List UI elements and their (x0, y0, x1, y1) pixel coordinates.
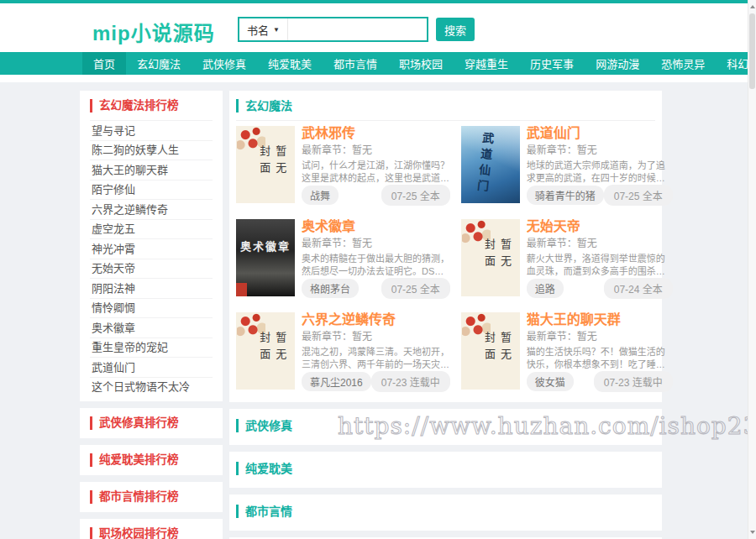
book-card[interactable]: 暂无封面 六界之逆鳞传奇 最新章节：暂无 混沌之初，鸿蒙降三清。天地初开，三清创… (236, 312, 450, 392)
book-footer: 慕凡尘2016 07-23 连载中 (302, 371, 450, 392)
search-box: 书名 ▼ (238, 17, 428, 42)
book-cover[interactable]: 暂无封面 (461, 219, 520, 296)
book-date-badge: 07-25 全本 (381, 185, 450, 206)
rank-panel: 都市言情排行榜 (80, 482, 223, 512)
rank-panel-title: 都市言情排行榜 (90, 490, 213, 504)
scrollbar-thumb[interactable] (749, 13, 755, 89)
book-date-badge: 07-23 连载中 (371, 371, 450, 392)
site-header: mip小说源码 书名 ▼ 搜索 (0, 3, 748, 52)
book-info: 武道仙门 最新章节：暂无 地球的武道大宗师成道南，为了追求更高的武道，在四十岁的… (527, 126, 673, 206)
book-title[interactable]: 武林邪传 (302, 126, 450, 141)
scrollbar[interactable] (748, 0, 756, 539)
rank-list-item[interactable]: 神光冲霄 (90, 238, 213, 259)
page-body: 玄幻魔法排行榜 望与寻记陈二狗的妖孽人生猫大王的聊天群陌宁修仙六界之逆鳞传奇虚空… (0, 82, 748, 539)
nav-item[interactable]: 网游动漫 (585, 52, 650, 75)
caret-down-icon: ▼ (273, 26, 280, 34)
book-date-badge: 07-25 全本 (604, 185, 673, 206)
book-info: 无始天帝 最新章节：暂无 薪火大世界，洛道得到举世震惊的血灵珠，而遭到众多高手的… (527, 219, 673, 299)
rank-list: 望与寻记陈二狗的妖孽人生猫大王的聊天群陌宁修仙六界之逆鳞传奇虚空龙五神光冲霄无始… (90, 120, 213, 396)
book-info: 武林邪传 最新章节：暂无 试问，什么才是江湖，江湖你懂吗？这里是武林的起点，这里… (302, 126, 450, 206)
book-card[interactable]: 暂无封面 武林邪传 最新章节：暂无 试问，什么才是江湖，江湖你懂吗？这里是武林的… (236, 126, 450, 206)
rank-panel-title: 玄幻魔法排行榜 (90, 99, 213, 113)
nav-item[interactable]: 玄幻魔法 (126, 52, 192, 75)
book-card[interactable]: 暂无封面 猫大王的聊天群 最新章节：暂无 猫的生活快乐吗？不！做猫生活的快乐，你… (461, 312, 673, 392)
rank-list-item[interactable]: 六界之逆鳞传奇 (90, 199, 213, 219)
book-card[interactable]: 奥术徽章 奥术徽章 最新章节：暂无 奥术的精髓在于做出最大胆的猜测，然后想尽一切… (236, 219, 450, 299)
book-info: 奥术徽章 最新章节：暂无 奥术的精髓在于做出最大胆的猜测，然后想尽一切办法去证明… (302, 219, 450, 299)
rank-list-item[interactable]: 无始天帝 (90, 259, 213, 279)
book-title[interactable]: 无始天帝 (527, 219, 673, 234)
nav-item[interactable]: 穿越重生 (454, 52, 519, 75)
cover-text: 奥术徽章 (240, 238, 291, 254)
book-description: 试问，什么才是江湖，江湖你懂吗？这里是武林的起点，这里也是武道的终点这里是 (302, 160, 450, 185)
nav-item[interactable]: 都市言情 (323, 52, 388, 75)
book-info: 六界之逆鳞传奇 最新章节：暂无 混沌之初，鸿蒙降三清。天地初开，三清创六界、两千… (302, 312, 450, 392)
section-title: 纯爱耽美 (236, 462, 655, 475)
nav-item[interactable]: 恐怖灵异 (650, 52, 716, 75)
nav-item[interactable]: 武侠修真 (192, 52, 257, 75)
book-author-badge[interactable]: 骑着青牛的猪 (527, 186, 604, 205)
rank-list-item[interactable]: 这个日式物语不太冷 (90, 377, 213, 397)
nav-item[interactable]: 首页 (82, 52, 126, 75)
cover-text: 暂无封面 (481, 238, 513, 277)
book-date-badge: 07-23 连载中 (594, 371, 673, 392)
book-description: 混沌之初，鸿蒙降三清。天地初开，三清创六界、两千年前的一场天灾使一块全民习 (302, 346, 450, 371)
rank-list-item[interactable]: 武道仙门 (90, 357, 213, 377)
rank-panel-title: 纯爱耽美排行榜 (90, 453, 213, 467)
section-title: 武侠修真 (236, 419, 655, 432)
book-latest-chapter: 最新章节：暂无 (527, 331, 673, 343)
book-author-badge[interactable]: 彼女猫 (527, 372, 574, 391)
book-card[interactable]: 暂无封面 无始天帝 最新章节：暂无 薪火大世界，洛道得到举世震惊的血灵珠，而遭到… (461, 219, 673, 299)
book-author-badge[interactable]: 慕凡尘2016 (302, 372, 371, 391)
rank-list-item[interactable]: 陌宁修仙 (90, 180, 213, 200)
book-title[interactable]: 六界之逆鳞传奇 (302, 312, 450, 327)
search-type-select[interactable]: 书名 ▼ (239, 18, 288, 40)
nav-item[interactable]: 纯爱耽美 (257, 52, 323, 75)
book-cover[interactable]: 暂无封面 (236, 126, 295, 203)
rank-list-item[interactable]: 陈二狗的妖孽人生 (90, 140, 213, 160)
search-type-value: 书名 (247, 22, 269, 38)
search-input[interactable] (288, 18, 427, 40)
nav-item[interactable]: 职场校园 (388, 52, 454, 75)
book-title[interactable]: 武道仙门 (527, 126, 673, 141)
rank-panel: 职场校园排行榜 (80, 519, 223, 539)
main-column: 玄幻魔法 暂无封面 武林邪传 最新章节：暂无 试问，什么才是江湖，江湖你懂吗？这… (229, 91, 662, 539)
rank-list-item[interactable]: 重生皇帝的宠妃 (90, 338, 213, 358)
scrollbar-up-arrow-icon[interactable] (748, 2, 756, 12)
rank-list-item[interactable]: 阴阳法神 (90, 278, 213, 298)
book-cover[interactable]: 暂无封面 (236, 312, 295, 390)
rank-list-item[interactable]: 虚空龙五 (90, 219, 213, 239)
book-footer: 格朗茅台 07-25 全本 (302, 278, 450, 299)
book-latest-chapter: 最新章节：暂无 (302, 238, 450, 250)
book-cover[interactable]: 暂无封面 (461, 312, 520, 390)
book-footer: 追路 07-24 全本 (527, 278, 673, 299)
rank-panel-title: 武侠修真排行榜 (90, 416, 213, 430)
cover-text: 暂无封面 (256, 145, 288, 184)
rank-list-item[interactable]: 望与寻记 (90, 121, 213, 140)
site-logo[interactable]: mip小说源码 (92, 17, 215, 46)
nav-item[interactable]: 历史军事 (519, 52, 585, 75)
book-grid: 暂无封面 武林邪传 最新章节：暂无 试问，什么才是江湖，江湖你懂吗？这里是武林的… (236, 120, 655, 392)
scrollbar-down-arrow-icon[interactable] (748, 527, 756, 537)
book-card[interactable]: 武道仙门 武道仙门 最新章节：暂无 地球的武道大宗师成道南，为了追求更高的武道，… (461, 126, 673, 206)
book-author-badge[interactable]: 战舞 (302, 186, 339, 205)
book-latest-chapter: 最新章节：暂无 (527, 238, 673, 250)
rank-list-item[interactable]: 猫大王的聊天群 (90, 160, 213, 180)
book-author-badge[interactable]: 追路 (527, 279, 564, 298)
search-button[interactable]: 搜索 (436, 18, 475, 41)
book-cover[interactable]: 武道仙门 (461, 126, 520, 203)
book-author-badge[interactable]: 格朗茅台 (302, 279, 359, 298)
book-title[interactable]: 奥术徽章 (302, 219, 450, 234)
cover-text: 暂无封面 (256, 332, 288, 370)
rank-panel: 玄幻魔法排行榜 望与寻记陈二狗的妖孽人生猫大王的聊天群陌宁修仙六界之逆鳞传奇虚空… (80, 91, 223, 401)
content-container: 玄幻魔法排行榜 望与寻记陈二狗的妖孽人生猫大王的聊天群陌宁修仙六界之逆鳞传奇虚空… (0, 82, 748, 539)
rank-list-item[interactable]: 奥术徽章 (90, 317, 213, 338)
rank-list-item[interactable]: 情怜卿惆 (90, 298, 213, 318)
book-cover[interactable]: 奥术徽章 (236, 219, 295, 296)
category-section: 都市言情 (229, 495, 662, 531)
cover-corner-mark-icon (236, 283, 247, 296)
category-section: 武侠修真 (229, 409, 662, 445)
book-description: 奥术的精髓在于做出最大胆的猜测，然后想尽一切办法去证明它。DS：这是一只理科 (302, 253, 450, 278)
book-date-badge: 07-25 全本 (381, 278, 450, 299)
book-title[interactable]: 猫大王的聊天群 (527, 312, 673, 327)
